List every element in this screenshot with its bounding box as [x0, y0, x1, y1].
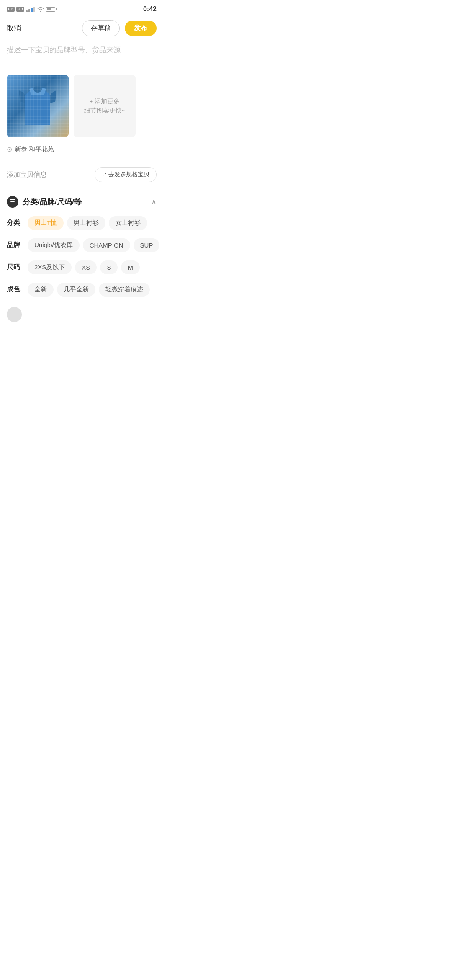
multi-spec-button[interactable]: ⇌ 去发多规格宝贝 — [95, 167, 157, 182]
status-left: HD HD — [7, 6, 57, 12]
top-nav: 取消 存草稿 发布 — [0, 17, 163, 41]
bottom-section — [0, 302, 163, 327]
hd-badge-2: HD — [16, 7, 24, 12]
tag-row-品牌: 品牌Uniqlo/优衣库CHAMPIONSUP — [0, 235, 163, 257]
baby-info-label: 添加宝贝信息 — [7, 170, 47, 179]
tag-chip-2-1[interactable]: XS — [75, 260, 97, 274]
tag-chip-1-0[interactable]: Uniqlo/优衣库 — [28, 238, 80, 252]
chevron-up-icon[interactable]: ∧ — [151, 197, 157, 206]
cancel-button[interactable]: 取消 — [7, 23, 21, 33]
tag-chip-1-2[interactable]: SUP — [134, 238, 160, 252]
battery-icon — [46, 7, 57, 12]
baby-info-row: 添加宝贝信息 ⇌ 去发多规格宝贝 — [0, 160, 163, 189]
description-placeholder: 描述一下宝贝的品牌型号、货品来源... — [7, 46, 126, 54]
category-title: 分类/品牌/尺码/等 — [23, 197, 82, 207]
tag-chip-2-0[interactable]: 2XS及以下 — [28, 260, 72, 274]
tag-row-分类: 分类男士T恤男士衬衫女士衬衫 — [0, 213, 163, 235]
tag-row-label-2: 尺码 — [7, 263, 23, 272]
tag-chip-3-0[interactable]: 全新 — [28, 283, 54, 297]
nav-right: 存草稿 发布 — [82, 20, 157, 36]
description-area[interactable]: 描述一下宝贝的品牌型号、货品来源... — [0, 41, 163, 75]
tag-chip-1-1[interactable]: CHAMPION — [83, 238, 130, 252]
status-time: 0:42 — [143, 5, 157, 13]
tag-chip-3-1[interactable]: 几乎全新 — [57, 283, 95, 297]
tag-chip-2-3[interactable]: M — [121, 260, 140, 274]
avatar — [7, 307, 22, 322]
location-text: 新泰·和平花苑 — [15, 145, 54, 153]
category-section: 分类/品牌/尺码/等 ∧ 分类男士T恤男士衬衫女士衬衫品牌Uniqlo/优衣库C… — [0, 189, 163, 302]
add-more-images-button[interactable]: + 添加更多 细节图卖更快~ — [74, 75, 136, 137]
tag-chips-3: 全新几乎全新轻微穿着痕迹 — [28, 283, 150, 297]
tag-chip-0-2[interactable]: 女士衬衫 — [109, 216, 147, 230]
add-more-text: + 添加更多 细节图卖更快~ — [84, 97, 126, 116]
tag-chip-0-0[interactable]: 男士T恤 — [28, 216, 64, 230]
tag-row-label-1: 品牌 — [7, 241, 23, 250]
category-header-left: 分类/品牌/尺码/等 — [7, 196, 82, 208]
tag-row-成色: 成色全新几乎全新轻微穿着痕迹 — [0, 279, 163, 302]
image-section: + 添加更多 细节图卖更快~ — [0, 75, 163, 142]
filter-icon — [7, 196, 18, 208]
tag-row-尺码: 尺码2XS及以下XSSM — [0, 257, 163, 279]
draft-button[interactable]: 存草稿 — [82, 20, 120, 36]
hd-badge: HD — [7, 7, 15, 12]
status-bar: HD HD 0:42 — [0, 0, 163, 17]
tag-chips-0: 男士T恤男士衬衫女士衬衫 — [28, 216, 147, 230]
main-product-image[interactable] — [7, 75, 69, 137]
publish-button[interactable]: 发布 — [125, 21, 157, 36]
location-row: ⊙ 新泰·和平花苑 — [0, 142, 163, 160]
tag-chips-1: Uniqlo/优衣库CHAMPIONSUP — [28, 238, 159, 252]
wifi-icon — [37, 7, 44, 12]
tag-rows-container: 分类男士T恤男士衬衫女士衬衫品牌Uniqlo/优衣库CHAMPIONSUP尺码2… — [0, 213, 163, 302]
tag-chips-2: 2XS及以下XSSM — [28, 260, 140, 274]
tag-row-label-0: 分类 — [7, 219, 23, 227]
tag-chip-0-1[interactable]: 男士衬衫 — [67, 216, 105, 230]
tag-row-label-3: 成色 — [7, 285, 23, 294]
tag-chip-2-2[interactable]: S — [100, 260, 118, 274]
tag-chip-3-2[interactable]: 轻微穿着痕迹 — [99, 283, 150, 297]
category-header: 分类/品牌/尺码/等 ∧ — [0, 189, 163, 213]
location-pin-icon: ⊙ — [7, 145, 12, 153]
signal-bars — [26, 6, 35, 12]
